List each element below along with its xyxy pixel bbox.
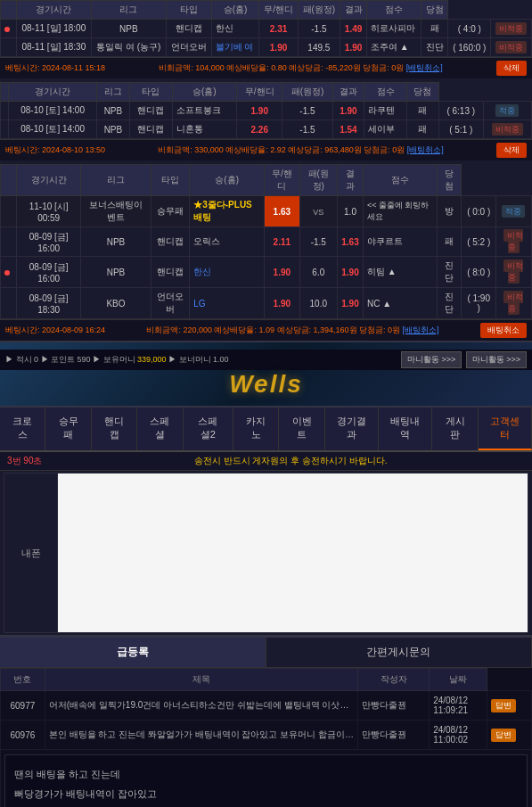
cancel-bet-button[interactable]: 배팅취소 [480,323,527,338]
nav-match[interactable]: 승무패 [45,408,91,450]
table-row: 08-09 [금] 16:00 NPB 핸디캡 한신 1.90 6.0 1.90… [1,257,532,288]
nav-special[interactable]: 스페셜 [137,408,183,450]
home-team: ★3줄다-PLUS배팅 [190,196,265,227]
header-points: 점수 [367,1,422,20]
game-league: 통일릭 여 (농구) [91,38,166,57]
game-type: 언더오버 [166,38,211,57]
header-status: 당첨 [422,1,448,20]
col-title: 제목 [45,669,358,691]
scroll-text: ▶ 적시 0 ▶ 포인트 590 ▶ 보유머니 339,000 ▶ 보너머니 1… [5,354,229,366]
bet-detail-3: 비회금액: 220,000 예상배당율: 1.09 예상당금: 1,394,16… [146,325,438,336]
header-type: 타입 [151,165,190,196]
game-date: 08-09 [금] 16:00 [17,257,81,288]
row-author-2: 만빵다줄꿘 [358,721,430,750]
header-status: 당첨 [407,83,439,102]
row-date-2: 24/08/1211:00:02 [430,721,487,750]
table-row: 08-11 [일] 18:30 통일릭 여 (농구) 언더오버 블기베 여 1.… [1,38,532,57]
bet-detail-2: 비회금액: 330,000 예상배당율: 2.92 예상당금: 963,480원… [158,144,444,156]
header-status: 당첨 [438,165,462,196]
answer-button-2[interactable]: 답변 [491,729,516,742]
betting-sections: 경기시간 리그 타입 승(홈) 무/핸디 패(원정) 결과 점수 당첨 08-1… [0,0,532,341]
wells-scroll: ▶ 적시 0 ▶ 포인트 590 ▶ 보유머니 339,000 ▶ 보너머니 1… [0,350,532,370]
away-odds: 1.0 [338,196,364,227]
away-team: 조주여 ▲ [367,38,422,57]
header-league: 리그 [81,165,151,196]
away-odds: 1.90 [332,102,364,120]
row-title-2[interactable]: 본인 배팅을 하고 진는데 쫘알얼가가 배팅내역이 잡아있고 보유머니 합금이 … [45,721,358,750]
header-date: 경기시간 [17,1,92,20]
game-date: 08-09 [금] 18:30 [17,288,81,319]
away-team: NC ▲ [363,288,437,319]
col-num: 번호 [1,669,45,691]
nav-special2[interactable]: 스페셜2 [184,408,233,450]
delete-button-1[interactable]: 삭제 [496,61,527,76]
game-type: 언더오버 [151,288,190,319]
post-line-1: 땐의 배팅을 하고 진는데 [14,766,518,784]
tab-registration[interactable]: 급등록 [0,638,266,667]
result: 패 [422,20,448,38]
bet-time-3: 베팅시간: 2024-08-09 16:24 [5,325,105,336]
header-ou: 무/핸디 [265,165,299,196]
home-team: LG [190,288,265,319]
nav-handicap[interactable]: 핸디캡 [92,408,137,450]
header-date: 경기시간 [9,83,97,102]
game-date: 08-11 [일] 18:00 [17,20,92,38]
status-badge: 적중 [495,104,519,117]
away-team: 히로사피마 [367,20,422,38]
bet-table-1: 경기시간 리그 타입 승(홈) 무/핸디 패(원정) 결과 점수 당첨 08-1… [0,0,532,57]
row-title[interactable]: 어저(배속에 일찍가19.0건데 아너스티하소건만 쉬밟는데에 밸팅내역 이삿에… [45,691,358,721]
answer-button-1[interactable]: 답변 [491,699,516,712]
header-ou: 무/핸디 [237,83,282,102]
betting-right-panel [58,473,528,632]
header-result: 결과 [340,1,367,20]
score: ( 8:0 ) [462,257,495,288]
table-row: 08-11 [일] 18:00 NPB 핸디캡 한신 2.31 -1.5 1.4… [1,20,532,38]
game-type: 핸디캡 [129,120,172,139]
nav-results[interactable]: 경기결과 [325,408,379,450]
row-num: 60976 [1,721,45,750]
wells-title: Wells [0,370,532,399]
sub-navigation: 3번 90초 송전시 반드시 게자원의 후 송전하시기 바랍니다. [0,452,532,471]
result: 진단 [422,38,448,57]
result: 패 [407,120,439,139]
home-team: 블기베 여 [211,38,259,57]
tab-inquiry[interactable]: 간편게시문의 [266,638,533,667]
nav-board[interactable]: 게시판 [432,408,478,450]
nav-betting[interactable]: 배팅내역 [379,408,432,450]
result: 방 [438,196,462,227]
status-badge: 비적중 [503,291,523,315]
result: 진단 [438,257,462,288]
wells-banner: ▶ 적시 0 ▶ 포인트 590 ▶ 보유머니 339,000 ▶ 보너머니 1… [0,341,532,408]
odds-handi: 1.90 [265,288,299,319]
row-date: 24/08/1211:09:21 [430,691,487,721]
header-away: 패(원정) [298,1,340,20]
bet-table-2: 경기시간 리그 타입 승(홈) 무/핸디 패(원정) 결과 점수 당첨 08-1… [0,82,532,139]
betting-left-label: 내폰 [21,547,41,560]
delete-button-2[interactable]: 삭제 [496,143,527,158]
nav-cross[interactable]: 크로스 [0,408,45,450]
header-score: 승(홈) [172,83,237,102]
table-row: 08-10 [토] 14:00 NPB 핸디캡 니혼통 2.26 -1.5 1.… [1,120,532,139]
game-date: 08-10 [토] 14:00 [9,120,97,139]
game-date: 08-11 [일] 18:30 [17,38,92,57]
score: ( 5:1 ) [438,120,483,139]
board-row-2: 60976 본인 배팅을 하고 진는데 쫘알얼가가 배팅내역이 잡아있고 보유머… [1,721,532,750]
nav-customer[interactable]: 고객센터 [479,408,532,450]
board-tabs: 급등록 간편게시문의 [0,635,532,668]
score: ( 5:2 ) [462,227,495,257]
away-team: 히팀 ▲ [363,257,437,288]
betting-left-panel: 내폰 [4,473,58,632]
odds-spread: VS [299,196,338,227]
header-points: 점수 [363,165,437,196]
status-badge: 적중 [502,205,525,218]
nav-casino[interactable]: 카지노 [233,408,279,450]
game-league: NPB [91,20,166,38]
score: ( 1:90 ) [462,288,495,319]
mani-button-1[interactable]: 마니활동 >>> [401,351,462,368]
nav-events[interactable]: 이벤트 [279,408,324,450]
home-team: 오릭스 [190,227,265,257]
post-line-2: 뻐당경가가 배팅내역이 잡아있고 [14,786,518,803]
home-team: 한신 [190,257,265,288]
row-num: 60977 [1,691,45,721]
mani-button-2[interactable]: 마니활동 >>> [466,351,527,368]
